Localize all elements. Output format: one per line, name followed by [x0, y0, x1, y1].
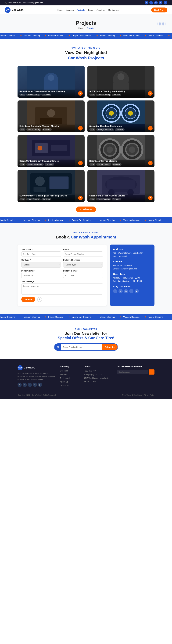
contact-section: Contact Phone : +023-456-789 Email : exa…	[113, 260, 151, 270]
footer-logo-text: Car Wash.	[24, 366, 35, 369]
card-tags-8: 2024 Exterior Washing Car Wash	[89, 198, 153, 200]
add-button[interactable]: +	[37, 297, 42, 302]
footer-services[interactable]: Services	[60, 374, 67, 376]
phone-label: Phone *	[63, 248, 103, 250]
navbar: CW Car Wash. Home Services Projects Blog…	[0, 6, 172, 14]
footer-contact-email[interactable]: example@gmail.com	[84, 374, 101, 376]
card-title-7: SUV Car Interior Cleaning and Polishing …	[19, 194, 83, 197]
footer-logo: CW Car Wash.	[17, 365, 55, 370]
services-select[interactable]: Select Type Interior Cleaning Exterior W…	[63, 262, 103, 268]
ticker-star-6: ✦	[144, 34, 146, 37]
footer-youtube-icon[interactable]: ▶	[38, 383, 42, 387]
project-card-5: Sedan Car Engine Bay Cleaning Service 20…	[17, 135, 85, 167]
breadcrumb-home[interactable]: Home	[78, 27, 84, 30]
submit-button[interactable]: Submit	[21, 297, 35, 302]
name-input[interactable]	[21, 252, 61, 257]
card-arrow-1[interactable]: ↗	[78, 91, 83, 96]
card-arrow-6[interactable]: ↗	[148, 161, 153, 165]
terms-link[interactable]: User Terms & Conditions	[122, 394, 142, 396]
footer-description: Lorem ipsum dolor sit amet, consectetur …	[17, 372, 55, 381]
instagram-icon-info[interactable]: ig	[124, 289, 128, 293]
card-arrow-7[interactable]: ↗	[78, 196, 83, 200]
svg-point-35	[129, 146, 135, 153]
linkedin-icon-info[interactable]: in	[129, 289, 133, 293]
twitter-icon-top[interactable]: t	[149, 1, 153, 4]
nav-contact[interactable]: Contact Us	[108, 9, 118, 11]
newsletter-email-icon: ✉	[54, 344, 61, 350]
nav-home[interactable]: Home	[57, 9, 63, 11]
message-textarea[interactable]	[21, 283, 103, 294]
tag-6-0: 2024	[89, 163, 95, 166]
nav-projects[interactable]: Projects	[77, 9, 85, 11]
date-label: Preferred Date*	[21, 270, 61, 272]
tag-8-2: Car Wash	[112, 198, 121, 200]
ticker-items-middle: Interior Cleaning ✦Vacuum Cleaning ✦Inte…	[0, 219, 172, 222]
footer-newsletter-col: Get the latest information →	[117, 365, 155, 388]
card-arrow-8[interactable]: ↗	[148, 196, 153, 200]
breadcrumb-current: Projects	[86, 27, 94, 30]
instagram-icon-top[interactable]: in	[154, 1, 158, 4]
contact-email: Email : example@gmail.com	[113, 267, 151, 270]
open-time-title: Open Time	[113, 273, 151, 275]
footer-contact-us[interactable]: Contact Us	[60, 384, 70, 387]
card-tags-1: 2024 Interior Cleaning Car Wash	[19, 94, 83, 96]
form-group-time: Preferred Time*	[63, 270, 103, 278]
privacy-link[interactable]: Privacy Policy	[144, 394, 155, 396]
social-icons-top: f t in li ▶	[145, 1, 167, 4]
footer-linkedin-icon[interactable]: in	[33, 383, 37, 387]
linkedin-icon-top[interactable]: li	[159, 1, 163, 4]
footer-about-us[interactable]: About Us	[60, 381, 68, 383]
card-arrow-4[interactable]: ↗	[148, 126, 153, 130]
projects-grid: Sedan Interior Cleaning and Vacuum Clean…	[17, 66, 155, 202]
facebook-icon-info[interactable]: f	[113, 289, 117, 293]
load-more-button[interactable]: Load More	[76, 206, 96, 212]
date-input[interactable]	[21, 273, 61, 278]
card-arrow-3[interactable]: ↗	[78, 126, 83, 130]
footer-testimonial[interactable]: Testimonial	[60, 377, 70, 379]
phone-input[interactable]	[63, 252, 103, 257]
footer-newsletter-input[interactable]	[117, 370, 148, 374]
footer-newsletter-button[interactable]: →	[149, 370, 155, 374]
card-title-8: Sedan Car Exterior Washing Service	[89, 194, 153, 197]
footer-bottom: Copyright © 2024 Car Wash. All Rights Re…	[17, 392, 155, 396]
tag-5-1: Engine Bay Cleaning	[26, 163, 44, 166]
footer-contact-phone[interactable]: +023-456-789	[84, 370, 95, 372]
card-title-5: Sedan Car Engine Bay Cleaning Service	[19, 160, 83, 162]
form-row-2: Car Type * Select Sedan SUV Hatchback Pr…	[21, 259, 103, 268]
svg-point-32	[107, 146, 113, 153]
card-arrow-5[interactable]: ↗	[78, 161, 83, 165]
newsletter-input[interactable]	[61, 344, 102, 350]
ticker-star-4: ✦	[96, 34, 98, 37]
svg-point-3	[48, 74, 54, 81]
tag-4-2: Car Wash	[115, 128, 124, 131]
youtube-icon-top[interactable]: ▶	[164, 1, 167, 4]
appointment-section: BOOK APPOINTMENT Book a Car Wash Appoint…	[0, 223, 172, 314]
footer-our-team[interactable]: Our Team	[60, 370, 68, 372]
newsletter-label: OUR NEWSLETTER	[5, 328, 167, 330]
ticker-item-6: ✦ Vacuum Cleaning	[120, 34, 140, 37]
youtube-icon-info[interactable]: ▶	[135, 289, 139, 293]
facebook-icon-top[interactable]: f	[145, 1, 148, 4]
footer-contact-col: Contact +023-456-789 example@gmail.com 4…	[84, 365, 112, 388]
card-tags-3: 2024 Vacuum Cleaning Car Wash	[19, 128, 83, 131]
ticker-middle: Interior Cleaning ✦Vacuum Cleaning ✦Inte…	[0, 217, 172, 223]
time-input[interactable]	[63, 273, 103, 278]
nav-about[interactable]: About Us	[96, 9, 105, 11]
logo[interactable]: CW Car Wash.	[5, 7, 24, 13]
tag-6-2: Car Wash	[112, 163, 121, 166]
svg-rect-40	[34, 187, 46, 192]
nav-blogs[interactable]: Blogs	[88, 9, 93, 11]
nav-services[interactable]: Services	[66, 9, 74, 11]
form-row-3: Preferred Date* Preferred Time*	[21, 270, 103, 278]
footer-twitter-icon[interactable]: t	[23, 383, 27, 387]
footer-facebook-icon[interactable]: f	[17, 383, 22, 387]
car-type-select[interactable]: Select Sedan SUV Hatchback	[21, 262, 61, 268]
top-bar-left: 📞 (400) 555-0120 ✉ example@gmail.com	[5, 2, 43, 4]
subscribe-button[interactable]: Subscribe	[102, 344, 117, 350]
ticker-label-6: Vacuum Cleaning	[123, 34, 140, 37]
twitter-icon-info[interactable]: t	[118, 289, 123, 293]
breadcrumb: Home / Projects	[3, 27, 169, 30]
card-arrow-2[interactable]: ↗	[148, 91, 153, 96]
footer-instagram-icon[interactable]: ig	[28, 383, 32, 387]
book-now-button[interactable]: Book Now	[151, 8, 167, 12]
